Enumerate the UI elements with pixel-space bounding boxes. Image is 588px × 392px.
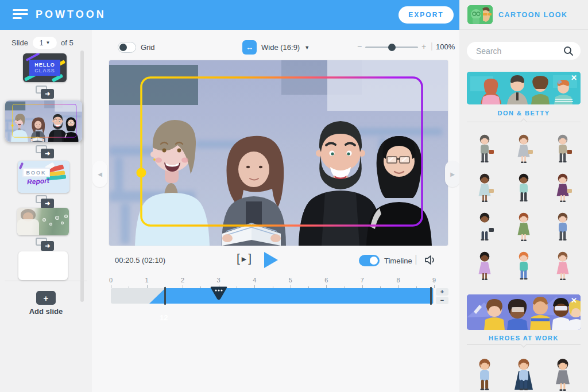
character-figure (551, 211, 574, 244)
zoom-in-button[interactable]: + (421, 42, 426, 51)
zoom-control: − + | 100% (357, 38, 458, 56)
pack-banner-heroes[interactable]: ✕ (467, 294, 581, 330)
timeline-zoom-out-button[interactable]: − (436, 297, 448, 304)
character-figure (473, 133, 496, 166)
volume-icon[interactable] (424, 254, 436, 266)
character-thumb[interactable] (543, 244, 582, 284)
ruler-tick (434, 285, 435, 288)
character-thumb[interactable] (465, 244, 504, 284)
add-slide-button[interactable]: + (36, 291, 56, 305)
timeline-ruler[interactable]: 0123456789 (111, 277, 434, 287)
transition-button-3[interactable]: ➜ (36, 195, 54, 209)
ratio-label: Wide (16:9) (261, 43, 300, 52)
grid-toggle[interactable] (118, 42, 136, 53)
character-figure (512, 133, 535, 166)
cartoon-look-thumbnail[interactable] (467, 5, 493, 24)
close-icon[interactable]: ✕ (571, 296, 577, 305)
character-thumb[interactable] (543, 166, 582, 205)
character-thumb[interactable] (504, 127, 543, 166)
character-figure (473, 250, 496, 284)
preview-slide-button[interactable]: [ ▶ ] (237, 251, 252, 265)
ruler-tick-label: 2 (181, 277, 184, 284)
cartoon-faces-art (467, 5, 493, 24)
character-thumb[interactable] (504, 349, 543, 392)
player-controls: 00:20.5 (02:10) [ ▶ ] Timeline | (92, 250, 459, 273)
character-thumb[interactable] (543, 349, 582, 392)
slide-thumb-4[interactable] (17, 208, 69, 235)
play-button[interactable] (264, 252, 278, 268)
ruler-tick-label: 3 (217, 277, 220, 284)
slide1-title-line1: HELLO (34, 62, 55, 68)
character-thumb[interactable] (543, 205, 582, 244)
pack-label-heroes: HEROES AT WORK (459, 335, 588, 341)
pack-banner-don-betty[interactable]: ✕ (467, 72, 581, 104)
pack-divider (467, 122, 581, 122)
zoom-slider[interactable] (365, 46, 418, 48)
transition-button-1[interactable]: ➜ (36, 86, 54, 99)
bracket-left: [ (237, 251, 240, 265)
character-figure (473, 172, 496, 205)
stage-canvas[interactable] (109, 60, 448, 246)
slide-number-value: 1 (40, 39, 44, 47)
timeline-marker-start[interactable] (164, 287, 166, 305)
character-thumb[interactable] (504, 205, 543, 244)
character-figure (551, 133, 574, 166)
hamburger-menu-icon[interactable] (13, 9, 29, 21)
character-figure (550, 357, 576, 392)
zoom-slider-knob[interactable] (388, 44, 396, 51)
export-button[interactable]: EXPORT (399, 6, 454, 24)
collapse-left-panel-button[interactable]: ◀ (92, 161, 107, 187)
slide-word: Slide (11, 38, 28, 47)
aspect-ratio-dropdown[interactable]: ↔ Wide (16:9) ▼ (242, 40, 310, 55)
slide-number-dropdown[interactable]: 1 ▼ (33, 37, 57, 49)
character-thumb[interactable] (465, 349, 504, 392)
sidebar-divider (5, 281, 87, 281)
chevron-down-icon: ▼ (45, 40, 50, 45)
character-thumb[interactable] (504, 166, 543, 205)
character-thumb[interactable] (465, 166, 504, 205)
powtoon-editor: POWTOON EXPORT CARTOON LOOK Slide 1 ▼ (0, 0, 588, 392)
slide3-title-line2: Report (27, 177, 50, 187)
character-thumb[interactable] (465, 127, 504, 166)
search-icon[interactable] (563, 46, 574, 56)
timeline-zoom-buttons: + − (436, 288, 448, 305)
close-icon[interactable]: ✕ (571, 73, 577, 82)
transition-button-4[interactable]: ➜ (36, 238, 54, 251)
slide-thumb-2-selected[interactable] (5, 100, 82, 142)
ruler-tick-label: 7 (361, 277, 364, 284)
timeline-toggle[interactable] (359, 255, 380, 266)
character-figure (512, 211, 535, 244)
ruler-tick-label: 8 (396, 277, 400, 284)
bracket-right: ] (248, 251, 252, 265)
top-bar: POWTOON EXPORT (0, 0, 459, 30)
collapse-right-panel-button[interactable]: ▶ (445, 161, 460, 187)
timeline-slide-bar[interactable] (149, 288, 433, 304)
ruler-tick-label: 9 (432, 277, 436, 284)
slide-thumb-1[interactable]: HELLO CLASS (23, 53, 67, 82)
transition-button-2[interactable]: ➜ (36, 145, 54, 159)
slide1-title-line2: CLASS (34, 68, 55, 73)
ruler-tick-label: 4 (253, 277, 256, 284)
don-betty-art (467, 72, 581, 104)
character-thumb[interactable] (543, 127, 582, 166)
timeline-playhead[interactable] (210, 286, 227, 301)
character-thumb[interactable] (465, 205, 504, 244)
style-header: CARTOON LOOK (459, 0, 588, 30)
search-input[interactable] (476, 45, 562, 56)
timeline-zoom-in-button[interactable]: + (436, 288, 448, 296)
timeline-marker-end[interactable] (430, 287, 432, 305)
character-thumb[interactable] (504, 244, 543, 284)
mini-play-icon: ▶ (242, 255, 246, 263)
zoom-out-button[interactable]: − (357, 42, 362, 51)
slide-counter: Slide 1 ▼ of 5 (0, 37, 92, 49)
sidebar-scrollbar[interactable] (80, 51, 84, 302)
character-figure (512, 250, 535, 284)
slide-total: of 5 (61, 38, 74, 47)
character-figure (512, 172, 535, 205)
slide-thumb-3[interactable]: BOOK Report (18, 161, 69, 193)
slide-thumb-5[interactable] (18, 251, 68, 280)
character-grid (465, 127, 582, 284)
editor-center: Grid ↔ Wide (16:9) ▼ − + | 100% (92, 30, 459, 392)
ruler-tick-label: 1 (145, 277, 148, 284)
powtoon-logo: POWTOON (36, 9, 106, 21)
